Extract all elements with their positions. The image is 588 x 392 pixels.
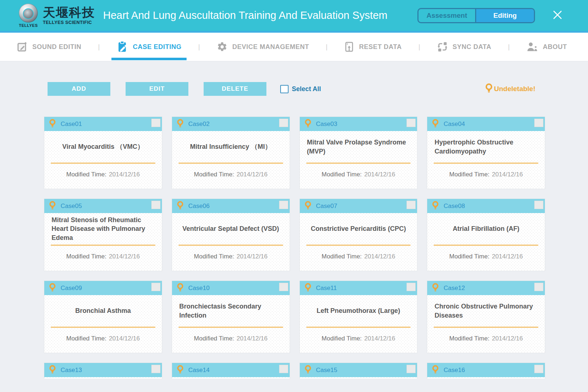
case-id-label: Case01 <box>61 121 82 128</box>
case-card[interactable]: Case13 <box>44 363 162 379</box>
card-divider <box>306 327 411 328</box>
mode-toggle: Assessment Editing <box>417 8 535 23</box>
lightbulb-icon <box>49 119 56 130</box>
case-card[interactable]: Case01 Viral Myocarditis （VMC） Modified … <box>44 117 162 189</box>
case-card[interactable]: Case07 Constrictive Pericarditis (CPC) M… <box>299 199 418 271</box>
editing-mode-button[interactable]: Editing <box>476 9 534 22</box>
case-card[interactable]: Case11 Left Pneumothorax (Large) Modifie… <box>299 281 418 353</box>
nav-item-device-management[interactable]: DEVICE MANAGEMENT <box>217 41 309 52</box>
case-select-checkbox[interactable] <box>407 119 416 127</box>
modified-time-label: Modified Time: <box>322 253 362 260</box>
case-id-label: Case03 <box>316 121 338 128</box>
case-toolbar: ADD EDIT DELETE Select All Undeletable! <box>48 82 535 96</box>
lightbulb-icon <box>177 119 184 130</box>
case-id-label: Case16 <box>444 367 465 374</box>
case-select-checkbox[interactable] <box>279 119 288 127</box>
modified-time: Modified Time:2014/12/16 <box>44 335 162 342</box>
select-all-checkbox[interactable] <box>280 85 289 93</box>
case-title <box>300 377 417 379</box>
gear-icon <box>217 41 228 52</box>
case-card[interactable]: Case10 Bronchiectasis Secondary Infectio… <box>172 281 290 353</box>
modified-time-label: Modified Time: <box>322 171 362 178</box>
nav-item-about[interactable]: ABOUT <box>526 41 567 52</box>
case-card[interactable]: Case02 Mitral Insufficiency （MI） Modifie… <box>172 117 290 189</box>
case-card[interactable]: Case15 <box>299 363 418 379</box>
modified-time-label: Modified Time: <box>449 335 490 342</box>
select-all-label: Select All <box>292 85 321 93</box>
modified-time-label: Modified Time: <box>449 253 490 260</box>
case-select-checkbox[interactable] <box>407 283 416 291</box>
nav-item-reset-data[interactable]: RESET DATA <box>344 41 401 52</box>
case-card[interactable]: Case12 Chronic Obstructive Pulmonary Dis… <box>427 281 545 353</box>
nav-label: SYNC DATA <box>453 43 491 51</box>
case-select-checkbox[interactable] <box>407 201 416 209</box>
nav-label: SOUND EDITIN <box>32 43 81 51</box>
case-select-checkbox[interactable] <box>534 201 543 209</box>
edit-button[interactable]: EDIT <box>126 82 188 96</box>
case-select-checkbox[interactable] <box>534 365 543 373</box>
nav-item-sound-editing[interactable]: SOUND EDITIN <box>17 41 81 52</box>
case-card-header: Case01 <box>44 117 162 131</box>
card-divider <box>179 245 283 246</box>
case-card-header: Case04 <box>427 117 545 131</box>
add-button[interactable]: ADD <box>48 82 110 96</box>
sync-arrows-icon <box>437 41 448 52</box>
case-card[interactable]: Case06 Ventricular Septal Defect (VSD) M… <box>172 199 290 271</box>
modified-time: Modified Time:2014/12/16 <box>427 253 545 260</box>
case-select-checkbox[interactable] <box>151 201 160 209</box>
reset-data-icon <box>344 41 354 52</box>
case-select-checkbox[interactable] <box>279 365 288 373</box>
modified-time-value: 2014/12/16 <box>364 253 395 260</box>
lightbulb-icon <box>177 283 184 294</box>
case-title: Chronic Obstructive Pulmonary Diseases <box>427 295 545 327</box>
modified-time: Modified Time:2014/12/16 <box>44 253 162 260</box>
modified-time-value: 2014/12/16 <box>492 253 523 260</box>
case-select-checkbox[interactable] <box>279 201 288 209</box>
assessment-mode-button[interactable]: Assessment <box>418 9 476 22</box>
lightbulb-icon <box>432 365 439 376</box>
case-card[interactable]: Case09 Bronchial Asthma Modified Time:20… <box>44 281 162 353</box>
lightbulb-icon <box>305 201 311 212</box>
case-card[interactable]: Case03 Mitral Valve Prolapse Syndrome (M… <box>299 117 418 189</box>
lightbulb-icon <box>177 365 184 376</box>
brand-name-english: TELLYES SCIENTIFIC <box>43 20 95 25</box>
case-title: Mitral Valve Prolapse Syndrome (MVP) <box>300 131 417 163</box>
case-card[interactable]: Case04 Hypertrophic Obstructive Cardiomy… <box>427 117 545 189</box>
case-select-checkbox[interactable] <box>151 365 160 373</box>
case-select-checkbox[interactable] <box>534 283 543 291</box>
nav-divider: | <box>508 43 510 51</box>
case-id-label: Case11 <box>316 285 337 292</box>
lightbulb-icon <box>177 201 184 212</box>
case-id-label: Case08 <box>444 203 465 210</box>
lightbulb-icon <box>305 365 311 376</box>
case-select-checkbox[interactable] <box>279 283 288 291</box>
case-card[interactable]: Case14 <box>172 363 290 379</box>
modified-time-value: 2014/12/16 <box>109 253 140 260</box>
close-window-button[interactable] <box>552 10 563 21</box>
case-select-checkbox[interactable] <box>151 283 160 291</box>
modified-time-value: 2014/12/16 <box>364 171 395 178</box>
case-select-checkbox[interactable] <box>534 119 543 127</box>
case-card[interactable]: Case16 <box>427 363 545 379</box>
modified-time-label: Modified Time: <box>194 335 234 342</box>
case-card-header: Case12 <box>427 281 545 295</box>
modified-time: Modified Time:2014/12/16 <box>427 335 545 342</box>
case-card-header: Case10 <box>172 281 290 295</box>
case-id-label: Case09 <box>61 285 82 292</box>
case-card[interactable]: Case05 Mitral Stenosis of Rheumatic Hear… <box>44 199 162 271</box>
modified-time: Modified Time:2014/12/16 <box>300 253 417 260</box>
case-card[interactable]: Case08 Atrial Fibrillation (AF) Modified… <box>427 199 545 271</box>
globe-logo-icon <box>19 4 38 23</box>
card-divider <box>179 327 283 328</box>
case-select-checkbox[interactable] <box>407 365 416 373</box>
delete-button[interactable]: DELETE <box>204 82 266 96</box>
nav-item-sync-data[interactable]: SYNC DATA <box>437 41 491 52</box>
main-nav: SOUND EDITIN | CASE EDITING | DEVICE MAN… <box>0 33 588 61</box>
modified-time: Modified Time:2014/12/16 <box>172 171 290 178</box>
case-select-checkbox[interactable] <box>151 119 160 127</box>
brand-block: 天堰科技 TELLYES SCIENTIFIC <box>43 6 95 25</box>
case-id-label: Case04 <box>444 121 465 128</box>
nav-item-case-editing[interactable]: CASE EDITING <box>117 41 181 53</box>
clipboard-pencil-icon <box>117 41 128 53</box>
lightbulb-icon <box>49 201 56 212</box>
